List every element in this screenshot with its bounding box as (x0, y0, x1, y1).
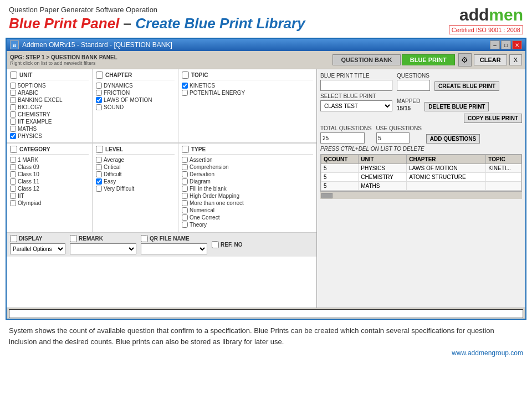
ty-mtoc[interactable] (182, 200, 188, 206)
cat-class10[interactable] (10, 171, 16, 177)
type-checkbox[interactable] (182, 146, 189, 153)
cat-class09[interactable] (10, 164, 16, 170)
close-button[interactable]: ✕ (512, 40, 522, 49)
cat-class11[interactable] (10, 178, 16, 185)
list-item: Difficult (96, 171, 175, 177)
unit-chemistry[interactable] (10, 111, 16, 117)
unit-arabic[interactable] (10, 90, 16, 96)
ty-comprehension[interactable] (182, 164, 188, 170)
ty-assertion[interactable] (182, 157, 188, 163)
gear-icon[interactable]: ⚙ (458, 53, 472, 66)
window-icon: a (10, 40, 19, 49)
status-input[interactable] (9, 309, 523, 318)
ty-onecorrect[interactable] (182, 214, 188, 221)
chapter-checkbox[interactable] (96, 71, 103, 79)
topic-potential[interactable] (182, 90, 188, 96)
table-scrollbar[interactable] (320, 191, 522, 199)
topic-filter: TOPIC KINETICS POTENTIAL ENERGY (178, 69, 316, 142)
logo-men: men (489, 6, 523, 24)
bp-select-dropdown[interactable]: CLASS TEST (320, 100, 392, 111)
lv-vdifficult[interactable] (96, 186, 102, 192)
tab-blue-print[interactable]: BLUE PRINT (402, 54, 455, 65)
unit-filter: UNIT 5OPTIONS ARABIC BANKING EXCEL BIOLO… (7, 69, 93, 142)
list-item: Class 11 (10, 178, 89, 185)
tab-question-bank[interactable]: QUESTION BANK (332, 54, 400, 65)
remark-checkbox[interactable] (70, 235, 77, 242)
delete-blueprint-button[interactable]: DELETE BLUE PRINT (424, 102, 489, 111)
copy-blueprint-button[interactable]: COPY BLUE PRINT (464, 114, 522, 123)
remark-select[interactable] (70, 243, 136, 254)
toolbar-left: QPG: STEP 1 > QUESTION BANK PANEL Right … (10, 54, 329, 66)
unit-maths[interactable] (10, 126, 16, 132)
ch-sound[interactable] (96, 104, 102, 110)
create-blueprint-button[interactable]: CREATE BLUE PRINT (434, 81, 499, 91)
scrollbar-thumb[interactable] (321, 193, 332, 198)
qr-checkbox[interactable] (141, 235, 148, 242)
cat-olympiad[interactable] (10, 200, 16, 206)
ref-checkbox[interactable] (212, 241, 219, 248)
category-title: CATEGORY (19, 146, 50, 152)
cell-qcount: 5 (321, 182, 359, 191)
cell-unit: PHYSICS (359, 164, 407, 173)
bp-mapped-value: 15/15 (397, 105, 420, 111)
list-item: KINETICS (182, 83, 313, 89)
cat-1mark[interactable] (10, 157, 16, 163)
unit-biology[interactable] (10, 104, 16, 110)
ref-item: REF. NO (212, 241, 242, 248)
lv-difficult[interactable] (96, 171, 102, 177)
bp-title-input[interactable] (320, 80, 392, 91)
ty-derivation[interactable] (182, 171, 188, 177)
unit-5options[interactable] (10, 83, 16, 89)
ch-friction[interactable] (96, 90, 102, 96)
list-item: Class 12 (10, 186, 89, 192)
lv-critical[interactable] (96, 164, 102, 170)
bp-useq-input[interactable] (376, 132, 410, 144)
ty-theory[interactable] (182, 222, 188, 228)
bp-useq-label: USE QUESTIONS (376, 125, 422, 131)
bp-select-label: SELECT BLUE PRINT (320, 93, 392, 99)
col-topic: TOPIC (486, 155, 521, 164)
ch-dynamics[interactable] (96, 83, 102, 89)
unit-banking[interactable] (10, 97, 16, 103)
display-select[interactable]: Parallel Options Sequential Random (10, 243, 65, 254)
header-title: Blue Print Panel – Create Blue Print Lib… (9, 15, 305, 32)
cat-iit[interactable] (10, 193, 16, 199)
add-questions-button[interactable]: ADD QUESTIONS (426, 134, 480, 144)
lv-easy[interactable] (96, 178, 102, 185)
logo-text: addmen (449, 6, 523, 24)
unit-iit[interactable] (10, 119, 16, 125)
footer-text: System shows the count of available ques… (9, 325, 523, 347)
category-checkbox[interactable] (10, 146, 17, 153)
table-row: 5 PHYSICS LAWS OF MOTION KINETI... (321, 164, 521, 173)
list-item: Class 10 (10, 171, 89, 177)
ch-laws[interactable] (96, 97, 102, 103)
unit-physics[interactable] (10, 133, 16, 139)
display-checkbox[interactable] (10, 235, 17, 242)
ty-diagram[interactable] (182, 178, 188, 185)
topic-kinetics[interactable] (182, 83, 188, 89)
list-item: POTENTIAL ENERGY (182, 90, 313, 96)
level-checkbox[interactable] (96, 146, 103, 153)
minimize-button[interactable]: – (490, 40, 500, 49)
cell-unit: CHEMISTRY (359, 173, 407, 182)
category-filter-header: CATEGORY (10, 146, 89, 155)
title-blue: Create Blue Print Library (135, 15, 305, 32)
ty-fill[interactable] (182, 186, 188, 192)
unit-checkbox[interactable] (10, 71, 17, 79)
cell-chapter (407, 182, 486, 191)
close-x-button[interactable]: X (509, 54, 522, 65)
bp-questions-input[interactable] (397, 80, 430, 91)
bp-totalq-input[interactable] (320, 132, 365, 144)
cat-class12[interactable] (10, 186, 16, 192)
maximize-button[interactable]: □ (501, 40, 511, 49)
chapter-items: DYNAMICS FRICTION LAWS OF MOTION SOUND (96, 83, 175, 110)
clear-button[interactable]: CLEAR (474, 54, 507, 65)
qr-select[interactable] (141, 243, 207, 254)
level-filter: LEVEL Average Critical Difficult Easy Ve… (93, 144, 178, 232)
ty-numerical[interactable] (182, 207, 188, 213)
topic-checkbox[interactable] (182, 71, 189, 79)
lv-average[interactable] (96, 157, 102, 163)
unit-filter-header: UNIT (10, 71, 89, 80)
list-item: Olympiad (10, 200, 89, 206)
ty-hom[interactable] (182, 193, 188, 199)
